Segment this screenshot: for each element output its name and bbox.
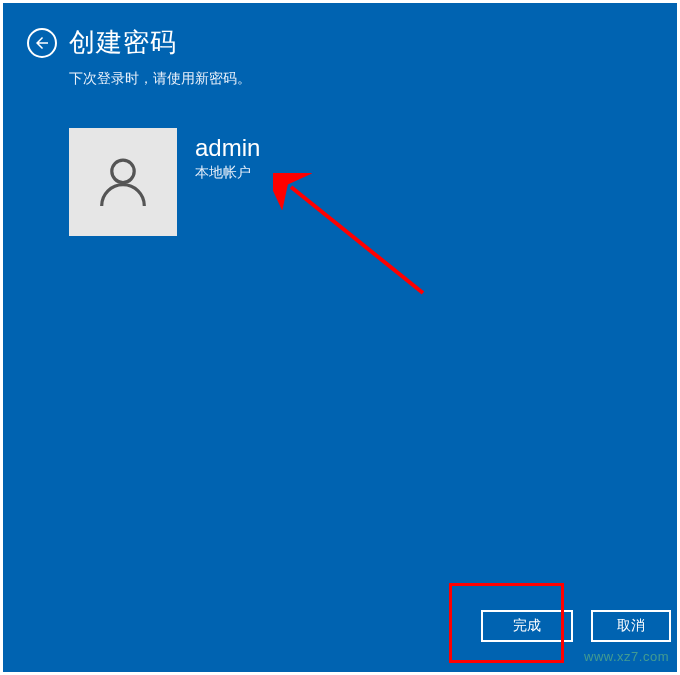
account-info: admin 本地帐户: [177, 128, 260, 182]
button-bar: 完成 取消: [481, 610, 677, 642]
avatar: [69, 128, 177, 236]
arrow-left-icon: [33, 34, 51, 52]
svg-point-0: [112, 160, 134, 182]
user-icon: [91, 150, 155, 214]
watermark: www.xz7.com: [584, 649, 669, 664]
dialog-header: 创建密码: [3, 3, 677, 60]
page-title: 创建密码: [69, 25, 177, 60]
create-password-dialog: 创建密码 下次登录时，请使用新密码。 admin 本地帐户 完成 取消 www.…: [3, 3, 677, 672]
account-name: admin: [195, 134, 260, 162]
account-row: admin 本地帐户: [3, 88, 677, 236]
page-subtitle: 下次登录时，请使用新密码。: [3, 60, 677, 88]
finish-button[interactable]: 完成: [481, 610, 573, 642]
back-button[interactable]: [27, 28, 57, 58]
cancel-button[interactable]: 取消: [591, 610, 671, 642]
account-type: 本地帐户: [195, 164, 260, 182]
